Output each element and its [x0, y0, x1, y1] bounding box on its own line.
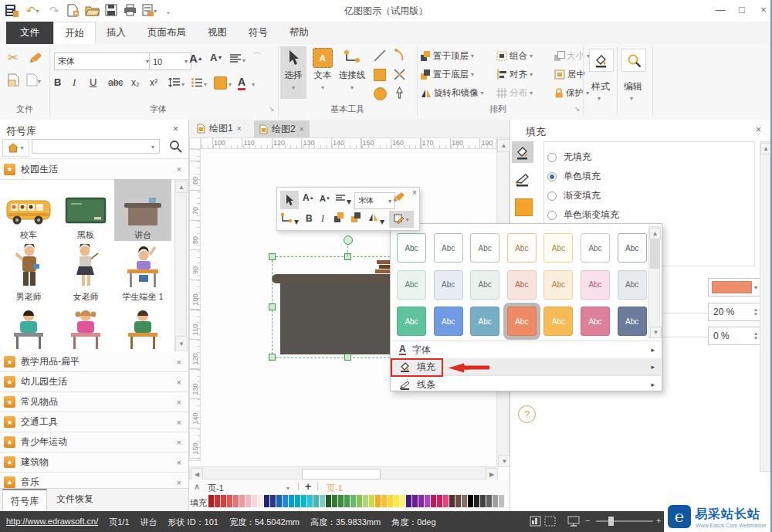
group-button[interactable]: 组合▾ [496, 49, 533, 63]
add-page-icon[interactable]: + [305, 480, 311, 493]
palette-color[interactable] [344, 495, 350, 507]
select-tool-mini[interactable] [280, 191, 299, 209]
style-swatch[interactable]: Abc [543, 233, 573, 263]
subscript-button[interactable]: x₂ [131, 77, 140, 88]
style-swatch[interactable]: Abc [397, 270, 426, 300]
palette-color[interactable] [233, 495, 239, 507]
toolbar-close-icon[interactable]: × [412, 188, 417, 197]
increase-font-icon[interactable]: A▲ [189, 52, 203, 65]
radio-icon[interactable] [547, 191, 557, 201]
search-history-dropdown[interactable]: ▾ [151, 144, 154, 151]
selection-handle[interactable] [344, 354, 351, 361]
palette-color[interactable] [455, 495, 461, 507]
decrease-font-icon[interactable]: A▼ [210, 52, 222, 63]
zoom-in-icon[interactable]: + [656, 516, 661, 525]
palette-color[interactable] [357, 495, 362, 507]
selection-handle[interactable] [269, 303, 276, 310]
rotation-handle[interactable] [344, 236, 353, 245]
library-section-header[interactable]: ★青少年运动× [0, 432, 188, 452]
palette-color[interactable] [474, 495, 479, 507]
menu-item-font[interactable]: A 字体 ▸ [391, 341, 661, 358]
menu-item-line[interactable]: 线条 ▸ [391, 376, 661, 393]
section-close-icon[interactable]: × [177, 458, 181, 467]
style-swatch[interactable]: Abc [581, 270, 610, 300]
text-tool-button[interactable]: A 文本 ▾ [310, 46, 336, 99]
help-icon[interactable]: ? [518, 405, 536, 423]
style-mini-button[interactable]: ▾ [389, 211, 414, 228]
bold-button[interactable]: B [54, 76, 61, 88]
palette-color[interactable] [350, 495, 356, 507]
palette-color[interactable] [431, 495, 436, 507]
palette-color[interactable] [381, 495, 387, 507]
section-close-icon[interactable]: × [177, 378, 181, 387]
palette-color[interactable] [295, 495, 300, 507]
palette-color[interactable] [418, 495, 424, 507]
maximize-button[interactable]: □ [733, 2, 750, 17]
palette-color[interactable] [412, 495, 418, 507]
align-mini-icon[interactable] [336, 195, 345, 202]
library-section-header[interactable]: ★交通工具× [0, 412, 188, 432]
palette-color[interactable] [245, 495, 251, 507]
export-button[interactable]: ▾ [142, 4, 157, 16]
palette-color[interactable] [270, 495, 276, 507]
style-swatch[interactable]: Abc [507, 270, 537, 300]
palette-color[interactable] [227, 495, 232, 507]
section-close-icon[interactable]: × [177, 418, 181, 427]
bullet-list-dropdown[interactable]: ▾ [204, 81, 207, 88]
palette-color[interactable] [363, 495, 368, 507]
palette-color[interactable] [394, 495, 399, 507]
palette-color[interactable] [252, 495, 257, 507]
zoom-slider-track[interactable] [596, 520, 653, 522]
redo-button[interactable]: ↷ [46, 3, 62, 19]
panel-scrollbar[interactable]: ▲ [760, 141, 770, 472]
bold-mini[interactable]: B [306, 213, 313, 224]
section-close-icon[interactable]: × [177, 438, 181, 447]
collapse-pages-icon[interactable]: ∧ [194, 482, 200, 492]
section-close-icon[interactable]: × [177, 164, 181, 174]
palette-color[interactable] [301, 495, 306, 507]
canvas-hscrollbar[interactable]: ◀ ▶ [189, 466, 496, 479]
format-painter-mini-icon[interactable] [393, 191, 406, 202]
increase-font-mini[interactable]: A▲ [303, 192, 314, 203]
style-swatch[interactable]: Abc [618, 270, 647, 300]
font-color-dropdown[interactable]: ▾ [252, 81, 255, 88]
edit-search-icon[interactable] [621, 49, 646, 72]
search-icon[interactable] [169, 140, 182, 153]
font-name-select[interactable]: 宋体▾ [54, 53, 153, 70]
print-button[interactable] [124, 4, 137, 16]
doc-tab-close-icon[interactable]: × [300, 125, 304, 134]
palette-color[interactable] [264, 495, 269, 507]
section-close-icon[interactable]: × [177, 398, 181, 407]
palette-color[interactable] [320, 495, 325, 507]
palette-color[interactable] [480, 495, 486, 507]
symbol-female-teacher[interactable]: 女老师 [57, 241, 114, 303]
style-swatch[interactable]: Abc [397, 307, 426, 336]
library-section-header[interactable]: ★建筑物× [0, 452, 188, 473]
rotate-mirror-mini-icon[interactable] [368, 212, 378, 222]
doc-tab-2-active[interactable]: 绘图2 × [254, 120, 310, 137]
fill-tool-icon[interactable] [512, 141, 533, 163]
style-swatch[interactable]: Abc [470, 233, 499, 263]
edit-button-label[interactable]: 编辑 [616, 80, 650, 93]
underline-button[interactable]: U [90, 76, 96, 88]
text-align-dropdown[interactable]: ▾ [242, 57, 245, 64]
style-swatch[interactable]: Abc [434, 270, 463, 300]
ellipse-shape-icon[interactable] [374, 87, 387, 100]
line-tool-icon[interactable] [512, 169, 533, 191]
ribbon-tab[interactable]: 页面布局 [137, 22, 197, 44]
zoom-slider-thumb[interactable] [608, 517, 614, 526]
library-section-header[interactable]: ★ 校园生活 × [0, 158, 188, 180]
scrollbar-thumb[interactable] [650, 239, 660, 269]
fill-color-select[interactable]: ▾ [708, 278, 763, 296]
fill-panel-close-icon[interactable]: × [756, 124, 761, 135]
palette-color[interactable] [208, 495, 214, 507]
rectangle-shape-icon[interactable] [374, 69, 386, 81]
style-swatch[interactable]: Abc [507, 307, 537, 336]
radio-icon[interactable] [547, 153, 557, 162]
connector-tool-button[interactable]: 连接线 ▾ [337, 46, 367, 99]
radio-icon[interactable] [547, 172, 557, 181]
page-select-label[interactable]: 页-1 [208, 483, 224, 494]
style-fill-icon[interactable] [589, 49, 614, 72]
line-spacing-dropdown[interactable]: ▾ [181, 81, 185, 88]
palette-color[interactable] [493, 495, 498, 507]
